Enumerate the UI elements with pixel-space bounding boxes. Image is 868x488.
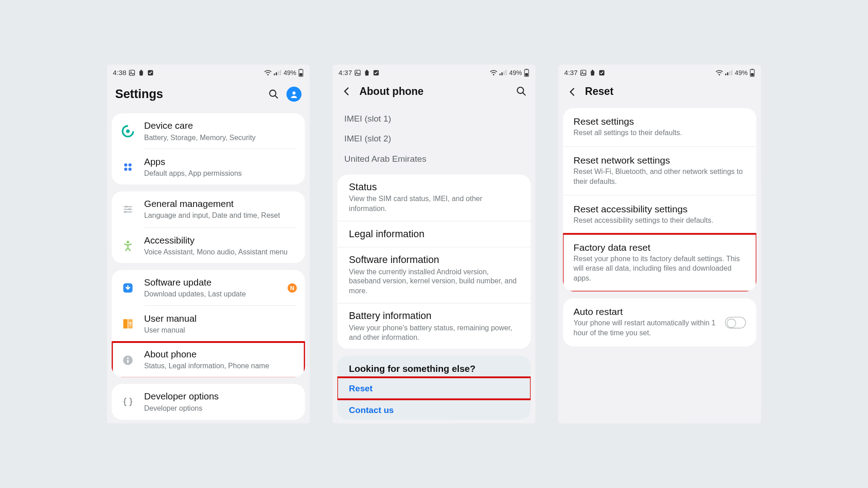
settings-item-subtitle: User manual [144, 326, 297, 335]
link-item[interactable]: Reset [337, 377, 531, 399]
settings-item-title: Developer options [144, 391, 297, 403]
bag-icon [363, 69, 370, 76]
svg-rect-36 [504, 71, 505, 75]
about-item[interactable]: Status View the SIM card status, IMEI, a… [337, 174, 531, 221]
settings-item[interactable]: Software update Download updates, Last u… [112, 270, 305, 306]
svg-rect-29 [127, 359, 128, 362]
reset-item[interactable]: Reset network settings Reset Wi-Fi, Blue… [563, 147, 756, 195]
svg-point-16 [128, 164, 132, 167]
reset-item-subtitle: Reset your phone to its factory default … [573, 254, 745, 283]
reset-item[interactable]: Reset accessibility settings Reset acces… [563, 195, 756, 234]
info-icon [120, 352, 136, 368]
bag-icon [590, 69, 596, 76]
battery-text: 49% [283, 69, 296, 76]
app-header: Reset [558, 81, 761, 104]
svg-point-12 [292, 91, 296, 94]
about-item[interactable]: Legal information [337, 221, 531, 248]
battery-icon [750, 69, 755, 77]
settings-item-title: Accessibility [144, 235, 297, 246]
settings-item[interactable]: Apps Default apps, App permissions [112, 149, 305, 184]
svg-rect-34 [500, 74, 501, 75]
settings-group: General management Language and input, D… [112, 192, 305, 263]
info-item[interactable]: IMEI (slot 2) [333, 128, 535, 149]
reset-item-title: Reset settings [573, 116, 745, 127]
status-bar: 4:38 49% [107, 65, 310, 81]
info-item[interactable]: IMEI (slot 1) [333, 108, 535, 128]
settings-item[interactable]: About phone Status, Legal information, P… [112, 342, 305, 377]
about-item[interactable]: Battery information View your phone's ba… [337, 304, 531, 348]
svg-point-14 [126, 129, 130, 133]
settings-item-subtitle: Download updates, Last update [144, 290, 280, 299]
svg-rect-5 [276, 72, 277, 75]
settings-item[interactable]: Developer options Developer options [112, 384, 305, 420]
info-item[interactable]: United Arab Emirates [333, 149, 535, 169]
search-icon[interactable] [515, 86, 527, 98]
settings-item-subtitle: Language and input, Date and time, Reset [144, 211, 297, 221]
settings-item-subtitle: Status, Legal information, Phone name [144, 361, 297, 371]
screen-settings: 4:38 49% Settings Device care Battery, S… [107, 65, 310, 423]
page-title: About phone [359, 85, 509, 98]
settings-item-title: Software update [144, 277, 280, 289]
device-care-icon [120, 123, 136, 139]
svg-point-45 [719, 74, 720, 75]
braces-icon [120, 394, 136, 410]
auto-restart-card: Auto restart Your phone will restart aut… [563, 298, 756, 346]
info-list: IMEI (slot 1)IMEI (slot 2)United Arab Em… [333, 104, 535, 171]
back-button[interactable] [341, 86, 353, 98]
settings-item[interactable]: General management Language and input, D… [112, 192, 305, 228]
svg-rect-9 [300, 69, 302, 70]
search-icon[interactable] [268, 88, 280, 100]
svg-rect-4 [274, 74, 275, 75]
svg-rect-49 [731, 70, 732, 75]
signal-icon [274, 69, 282, 76]
settings-item-title: User manual [144, 313, 297, 324]
svg-rect-6 [278, 71, 279, 75]
settings-item-title: Device care [144, 120, 297, 132]
settings-item[interactable]: ? User manual User manual [112, 306, 305, 342]
svg-point-31 [356, 71, 358, 73]
svg-rect-47 [727, 72, 728, 75]
profile-button[interactable] [287, 87, 302, 102]
svg-rect-10 [299, 73, 302, 76]
reset-item[interactable]: Factory data reset Reset your phone to i… [563, 234, 756, 292]
about-item-title: Battery information [349, 310, 519, 322]
image-icon [354, 69, 361, 76]
about-item[interactable]: Software information View the currently … [337, 247, 531, 304]
page-title: Reset [585, 85, 753, 98]
settings-item[interactable]: Device care Battery, Storage, Memory, Se… [112, 113, 305, 149]
svg-rect-40 [525, 73, 528, 76]
settings-item-title: General management [144, 198, 297, 210]
auto-restart-title: Auto restart [573, 306, 718, 317]
image-icon [580, 69, 587, 76]
clock-text: 4:38 [113, 69, 127, 77]
svg-point-15 [124, 164, 127, 167]
settings-item-subtitle: Developer options [144, 404, 297, 413]
battery-icon [298, 69, 304, 77]
auto-restart-toggle[interactable] [725, 317, 746, 328]
about-item-title: Legal information [349, 228, 519, 240]
accessibility-icon [120, 238, 136, 254]
svg-rect-48 [729, 71, 731, 75]
about-sections: Status View the SIM card status, IMEI, a… [337, 174, 531, 348]
looking-title: Looking for something else? [337, 356, 531, 378]
link-item[interactable]: Contact us [337, 399, 531, 420]
reset-options: Reset settings Reset all settings to the… [563, 108, 756, 291]
battery-text: 49% [735, 69, 748, 76]
settings-item-title: Apps [144, 156, 297, 168]
back-button[interactable] [566, 86, 578, 98]
svg-rect-37 [505, 70, 507, 75]
checkbox-icon [599, 69, 605, 76]
status-bar: 4:37 49% [558, 65, 761, 81]
reset-item[interactable]: Reset settings Reset all settings to the… [563, 108, 756, 147]
svg-point-43 [582, 71, 584, 73]
svg-point-33 [493, 74, 494, 75]
settings-item-title: About phone [144, 349, 297, 361]
svg-point-22 [127, 240, 129, 243]
settings-item[interactable]: Accessibility Voice Assistant, Mono audi… [112, 228, 305, 263]
auto-restart-item[interactable]: Auto restart Your phone will restart aut… [563, 298, 756, 346]
sw-update-icon [120, 280, 136, 296]
svg-rect-7 [280, 70, 281, 75]
checkbox-icon [373, 69, 380, 76]
settings-item-subtitle: Battery, Storage, Memory, Security [144, 133, 297, 142]
svg-rect-51 [751, 69, 753, 70]
